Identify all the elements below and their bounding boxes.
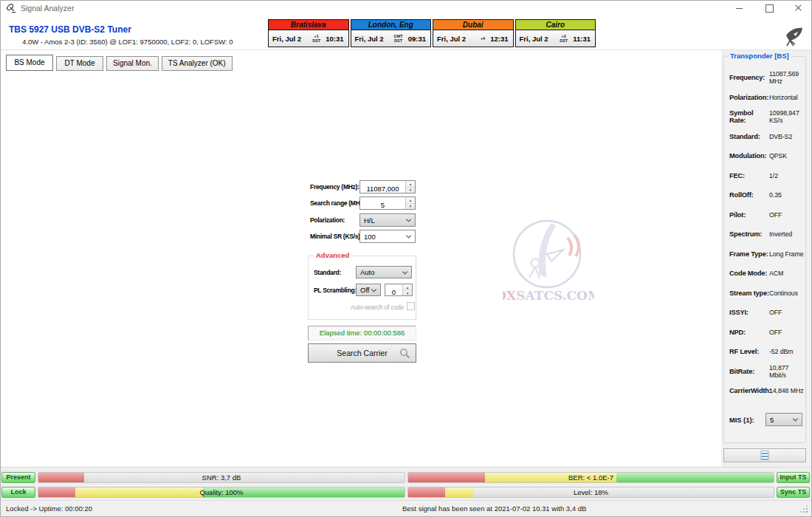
minimal-sr-dropdown[interactable]: 100 [359, 230, 416, 243]
search-carrier-label: Search Carrier [337, 349, 387, 357]
transponder-row: Standard:DVB-S2 [729, 127, 804, 147]
tab-ts-analyzer[interactable]: TS Analyzer (OK) [162, 56, 233, 71]
mis-value: 5 [770, 416, 774, 424]
clock-city: Cairo [516, 20, 596, 30]
transponder-row: NPD:OFF [729, 323, 804, 343]
transponder-panel: Transponder [BS] Frequency:11087,569 MHz… [723, 56, 806, 443]
tab-dt-mode[interactable]: DT Mode [56, 56, 103, 71]
polarization-dropdown[interactable]: H/L [359, 213, 416, 227]
quality-value: Quality: 100% [38, 487, 405, 497]
clock-city: London, Eng [351, 20, 431, 30]
clock-london: London, Eng Fri, Jul 2 GMTDST 09:31 [351, 19, 432, 47]
app-satellite-icon [6, 3, 17, 14]
window-controls [734, 0, 805, 16]
auto-search-checkbox[interactable] [407, 302, 415, 310]
standard-dropdown[interactable]: Auto [356, 266, 412, 278]
transponder-row: CarrierWidth:14,848 MHz [729, 381, 804, 401]
quality-progress-bar: Quality: 100% [38, 487, 405, 498]
sync-ts-indicator[interactable]: Sync TS [777, 487, 810, 498]
clock-cairo: Cairo Fri, Jul 2 +2DST 11:31 [515, 19, 596, 47]
magnifier-icon [399, 348, 410, 359]
transponder-row: BitRate:10,877 Mbit/s [729, 362, 804, 382]
spin-down-icon[interactable] [403, 290, 412, 295]
pl-code-spinner[interactable] [385, 284, 413, 296]
world-clocks: Bratislava Fri, Jul 2 +1DST 10:31 London… [268, 19, 596, 47]
clock-city: Dubai [433, 20, 513, 30]
clock-bratislava: Bratislava Fri, Jul 2 +1DST 10:31 [268, 19, 349, 47]
signal-indicator-area: Present Lock Input TS Sync TS SNR: 3,7 d… [0, 467, 812, 500]
minimal-sr-value: 100 [364, 233, 376, 241]
transponder-row: Stream type:Continous [729, 284, 804, 304]
level-value: Level: 18% [408, 487, 774, 497]
clock-city: Bratislava [269, 20, 348, 30]
resize-grip-icon[interactable] [800, 505, 809, 514]
best-signal-status: Best signal has been seen at 2021-07-02 … [402, 504, 586, 513]
chevron-down-icon [371, 287, 376, 292]
satellite-dish-icon [781, 27, 806, 47]
auto-search-label: Auto-search of code [328, 304, 404, 311]
standard-label: Standard: [314, 269, 341, 276]
ber-value: BER: < 1.0E-7 [408, 473, 774, 482]
transponder-row: Symbol Rate:10998,947 KS/s [729, 107, 804, 127]
striped-list-icon [761, 451, 769, 460]
frequency-label: Frequency (MHz): [310, 183, 359, 191]
search-range-label: Search range (MHz): [310, 199, 366, 207]
clock-time: 10:31 [326, 35, 343, 43]
clock-date: Fri, Jul 2 [355, 35, 384, 43]
tab-bs-mode[interactable]: BS Mode [6, 55, 53, 71]
chevron-down-icon [406, 216, 411, 222]
spinner-arrows[interactable] [405, 181, 415, 193]
pl-scrambling-label: PL Scrambling: [314, 287, 357, 294]
pl-scrambling-value: Off [360, 286, 370, 294]
lock-uptime-status: Locked -> Uptime: 00:00:20 [6, 504, 92, 513]
polarization-label: Polarization: [310, 216, 345, 224]
minimize-icon[interactable] [734, 2, 746, 14]
spin-up-icon[interactable] [406, 197, 415, 204]
transponder-row: Frequency:11087,569 MHz [729, 68, 804, 88]
spin-up-icon[interactable] [403, 284, 412, 290]
pl-scrambling-dropdown[interactable]: Off [356, 284, 381, 296]
frequency-spinner[interactable] [359, 180, 416, 194]
tab-signal-mon[interactable]: Signal Mon. [106, 56, 159, 71]
title-bar: Signal Analyzer [0, 0, 812, 16]
clock-dubai: Dubai Fri, Jul 2 +4 12:31 [433, 19, 514, 47]
standard-value: Auto [360, 268, 375, 276]
present-indicator[interactable]: Present [1, 472, 35, 483]
mis-dropdown[interactable]: 5 [765, 413, 802, 426]
clock-timezone: GMTDST [393, 34, 402, 43]
lock-indicator[interactable]: Lock [1, 487, 35, 498]
spin-down-icon[interactable] [406, 188, 415, 194]
transponder-row: ISSYI:OFF [729, 303, 804, 323]
clock-timezone: +1DST [312, 34, 320, 43]
spin-down-icon[interactable] [406, 204, 415, 210]
spinner-arrows[interactable] [405, 197, 415, 209]
device-title: TBS 5927 USB DVB-S2 Tuner [9, 24, 131, 35]
chevron-down-icon [793, 416, 798, 421]
svg-text:DXSATCS.COM: DXSATCS.COM [503, 288, 594, 303]
close-icon[interactable] [793, 2, 805, 14]
header-separator [0, 49, 812, 50]
advanced-group-title: Advanced [314, 251, 351, 259]
snr-value: SNR: 3,7 dB [38, 473, 405, 482]
dxsatcs-watermark: DXSATCS.COM [503, 217, 594, 306]
ber-progress-bar: BER: < 1.0E-7 [407, 472, 774, 483]
input-ts-indicator[interactable]: Input TS [777, 472, 810, 483]
minimal-sr-label: Minimal SR (KS/s): [310, 233, 362, 240]
transponder-row: Frame Type:Long Frame [729, 244, 804, 264]
transponder-panel-title: Transponder [BS] [728, 52, 791, 60]
mis-label: MIS (1): [729, 417, 754, 424]
level-progress-bar: Level: 18% [407, 487, 774, 498]
clock-date: Fri, Jul 2 [437, 35, 466, 43]
mode-tabs: BS Mode DT Mode Signal Mon. TS Analyzer … [6, 55, 233, 71]
spin-up-icon[interactable] [406, 181, 415, 188]
search-range-spinner[interactable] [359, 196, 416, 210]
spinner-arrows[interactable] [402, 284, 412, 295]
transponder-row: RF Level:-52 dBm [729, 342, 804, 362]
transponder-list-button[interactable] [723, 448, 806, 462]
maximize-icon[interactable] [763, 2, 775, 14]
search-carrier-button[interactable]: Search Carrier [308, 343, 416, 363]
clock-time: 09:31 [408, 35, 426, 43]
watermark-dx: DX [503, 288, 517, 303]
clock-date: Fri, Jul 2 [520, 35, 548, 43]
clock-time: 12:31 [490, 35, 508, 43]
